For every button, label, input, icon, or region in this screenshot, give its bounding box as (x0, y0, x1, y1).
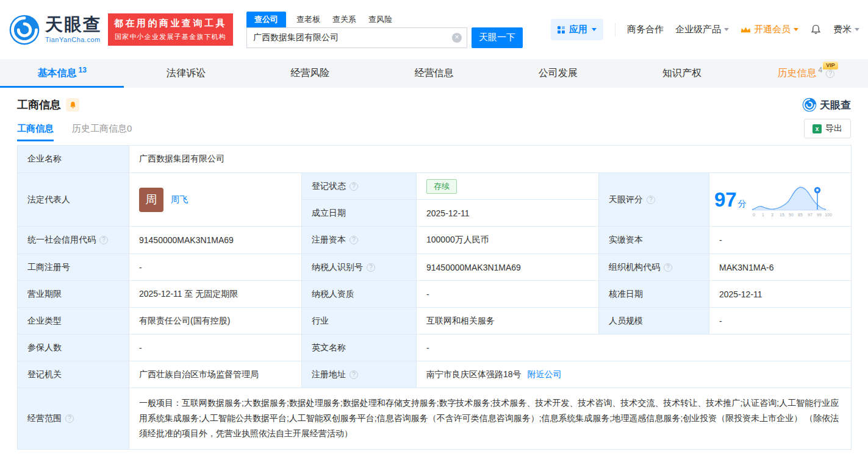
svg-text:15: 15 (780, 213, 784, 217)
field-label-reg-address: 注册地址 (302, 361, 417, 388)
tab-intellectual-property-label: 知识产权 (662, 67, 701, 80)
field-value-org-code: MAK3N1MA-6 (709, 254, 852, 281)
search-button[interactable]: 天眼一下 (472, 27, 523, 48)
tianyancha-logo-icon (802, 97, 817, 112)
field-value-reg-status: 存续 (417, 173, 599, 200)
field-label-org-code: 组织机构代码 (599, 254, 709, 281)
tab-history-info-label: 历史信息 (777, 67, 816, 80)
help-icon[interactable] (826, 69, 834, 78)
search-tab-company[interactable]: 查公司 (246, 12, 286, 27)
subtab-history-business-info[interactable]: 历史工商信息0 (72, 123, 132, 141)
field-label-reg-authority: 登记机关 (18, 361, 129, 388)
help-icon[interactable] (367, 263, 375, 272)
field-value-reg-address: 南宁市良庆区体强路18号附近公司 (417, 361, 852, 388)
nearby-companies-link[interactable]: 附近公司 (528, 369, 562, 379)
tab-operating-risk-label: 经营风险 (290, 67, 329, 80)
tab-basic-info[interactable]: 基本信息 13 (0, 59, 124, 88)
field-label-establish-date: 成立日期 (302, 200, 417, 227)
field-value-staff-size: - (709, 308, 852, 335)
help-icon[interactable] (664, 263, 672, 272)
search-tab-risk[interactable]: 查风险 (367, 12, 394, 27)
brand-slogan-badge: 都在用的商业查询工具 国家中小企业发展子基金旗下机构 (108, 13, 233, 46)
subtab-business-info[interactable]: 工商信息 (17, 123, 54, 141)
chevron-down-icon (855, 28, 859, 31)
user-menu[interactable]: 费米 (833, 24, 859, 35)
table-row: 参保人数 - 英文名称 - (18, 335, 852, 361)
tab-intellectual-property[interactable]: 知识产权 (620, 59, 744, 88)
field-value-english-name: - (417, 335, 852, 361)
table-row: 工商注册号 - 纳税人识别号 91450000MAK3N1MA69 组织机构代码… (18, 254, 852, 281)
tianyancha-logo[interactable]: 天眼查 TianYanCha.com (9, 14, 102, 46)
search-tab-boss[interactable]: 查老板 (295, 12, 322, 27)
table-row: 登记机关 广西壮族自治区市场监督管理局 注册地址 南宁市良庆区体强路18号附近公… (18, 361, 852, 388)
table-row: 法定代表人 周 周飞 登记状态 存续 天眼评分 97分 (18, 173, 852, 200)
tab-operating-risk[interactable]: 经营风险 (248, 59, 372, 88)
field-label-paid-capital: 实缴资本 (599, 227, 709, 254)
subtab-business-info-label: 工商信息 (17, 123, 54, 133)
menu-business-coop-label: 商务合作 (627, 24, 664, 35)
tab-operating-info[interactable]: 经营信息 (372, 59, 496, 88)
tab-basic-info-count: 13 (78, 66, 86, 74)
field-value-taxpayer-quality: - (417, 281, 599, 308)
field-value-business-term: 2025-12-11 至 无固定期限 (129, 281, 302, 308)
score-distribution-chart: 0 1 3 15 50 85 97 99 100 (750, 181, 832, 219)
top-header: 天眼查 TianYanCha.com 都在用的商业查询工具 国家中小企业发展子基… (0, 0, 868, 59)
help-icon[interactable] (350, 182, 358, 191)
field-label-company-name: 企业名称 (18, 146, 129, 173)
tab-history-info[interactable]: VIP 历史信息 4 (744, 59, 868, 88)
search-input[interactable] (246, 27, 467, 48)
field-value-company-name: 广西数据集团有限公司 (129, 146, 852, 173)
svg-text:100: 100 (825, 213, 832, 217)
slogan-line-1: 都在用的商业查询工具 (114, 18, 227, 29)
tab-legal-proceedings[interactable]: 法律诉讼 (124, 59, 248, 88)
slogan-line-2: 国家中小企业发展子基金旗下机构 (114, 32, 227, 41)
help-icon[interactable] (65, 414, 74, 423)
tianyancha-watermark: 天眼查 (802, 97, 851, 112)
field-value-reg-capital: 100000万人民币 (417, 227, 599, 254)
notifications-button[interactable] (810, 24, 822, 35)
field-value-establish-date: 2025-12-11 (417, 200, 599, 227)
legal-rep-link[interactable]: 周飞 (171, 194, 188, 205)
field-label-legal-rep: 法定代表人 (18, 173, 129, 227)
bell-icon (810, 24, 822, 35)
menu-open-vip[interactable]: 开通会员 (741, 24, 798, 35)
field-value-industry: 互联网和相关服务 (417, 308, 599, 335)
help-icon[interactable] (647, 196, 655, 204)
help-icon[interactable] (350, 370, 358, 379)
tab-basic-info-label: 基本信息 (37, 67, 76, 80)
field-value-paid-capital: - (709, 227, 852, 254)
field-value-credit-code: 91450000MAK3N1MA69 (129, 227, 302, 254)
field-label-company-type: 企业类型 (18, 308, 129, 335)
bell-icon (69, 101, 77, 109)
field-value-company-type: 有限责任公司(国有控股) (129, 308, 302, 335)
svg-text:3: 3 (771, 213, 773, 217)
field-value-reg-authority: 广西壮族自治区市场监督管理局 (129, 361, 302, 388)
menu-business-coop[interactable]: 商务合作 (627, 24, 664, 35)
tab-company-development[interactable]: 公司发展 (496, 59, 620, 88)
apps-menu-button[interactable]: 应用 (551, 19, 603, 40)
svg-text:99: 99 (817, 213, 822, 217)
field-label-english-name: 英文名称 (302, 335, 417, 361)
help-icon[interactable] (350, 236, 358, 244)
chevron-down-icon (592, 28, 597, 31)
field-value-approval-date: 2025-12-11 (709, 281, 852, 308)
watermark-brand-text: 天眼查 (820, 98, 851, 112)
legal-rep-avatar[interactable]: 周 (139, 188, 163, 212)
tab-company-development-label: 公司发展 (539, 67, 578, 80)
export-button[interactable]: 导出 (804, 119, 851, 138)
chevron-down-icon (794, 28, 798, 31)
subscribe-bell-button[interactable] (66, 98, 79, 112)
search-tab-relation[interactable]: 查关系 (331, 12, 358, 27)
field-label-reg-status: 登记状态 (302, 173, 417, 200)
crown-icon (741, 26, 751, 34)
clear-search-icon[interactable] (452, 33, 462, 43)
menu-enterprise-products[interactable]: 企业级产品 (675, 24, 729, 35)
menu-open-vip-label: 开通会员 (754, 24, 791, 35)
svg-text:97: 97 (808, 213, 812, 217)
brand-name: 天眼查 (45, 16, 102, 34)
divider (615, 23, 615, 37)
tab-history-info-count: 4 (818, 66, 822, 74)
business-info-table: 企业名称 广西数据集团有限公司 法定代表人 周 周飞 登记状态 存续 天眼评分 … (17, 145, 852, 450)
help-icon[interactable] (99, 236, 108, 244)
field-label-insured-count: 参保人数 (18, 335, 129, 361)
